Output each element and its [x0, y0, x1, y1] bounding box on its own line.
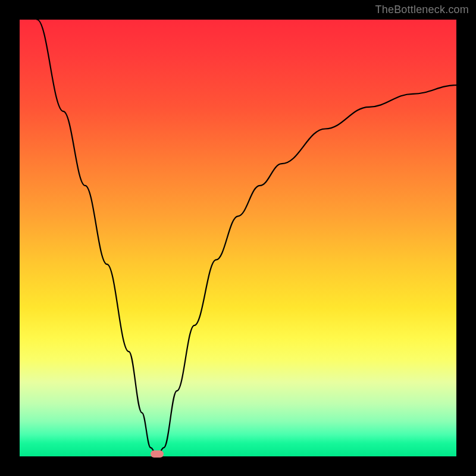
chart-container: TheBottleneck.com [0, 0, 476, 476]
watermark-text: TheBottleneck.com [375, 4, 469, 16]
optimum-marker [151, 450, 164, 458]
plot-area [20, 20, 456, 456]
